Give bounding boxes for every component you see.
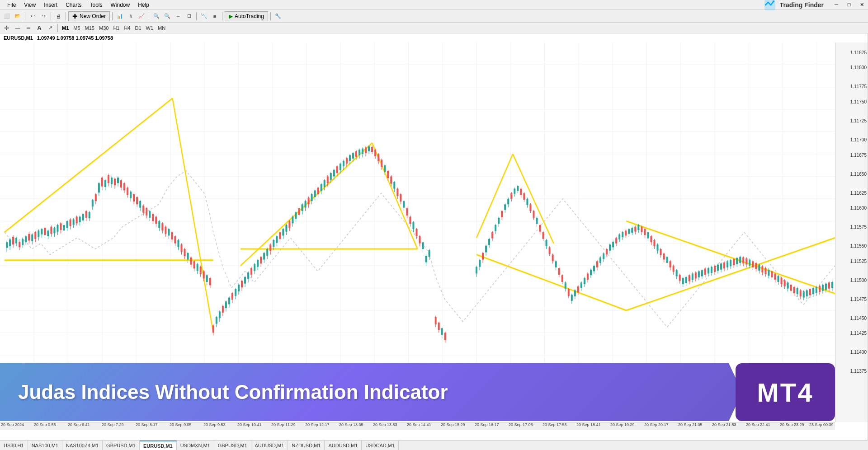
svg-rect-525 — [784, 280, 786, 286]
svg-rect-483 — [717, 265, 719, 271]
svg-rect-393 — [574, 290, 576, 296]
svg-rect-435 — [641, 227, 642, 232]
svg-rect-441 — [650, 236, 652, 243]
svg-rect-277 — [359, 150, 360, 155]
svg-rect-147 — [152, 214, 154, 221]
time-label-7: 20 Sep 10:41 — [237, 422, 262, 427]
menu-charts[interactable]: Charts — [62, 1, 85, 9]
arrow-btn[interactable]: ↗ — [45, 23, 55, 33]
price-6: 1.11700 — [850, 137, 867, 142]
tf-d1[interactable]: D1 — [133, 25, 143, 31]
tab-nas100m1[interactable]: NAS100,M1 — [28, 441, 62, 450]
svg-rect-65 — [22, 239, 24, 245]
svg-rect-481 — [714, 266, 716, 272]
svg-rect-451 — [666, 257, 668, 263]
indicators-btn[interactable]: 📉 — [199, 11, 209, 21]
svg-rect-227 — [279, 232, 281, 239]
tab-us30h1[interactable]: US30,H1 — [0, 441, 28, 450]
svg-rect-411 — [603, 253, 604, 259]
svg-rect-371 — [539, 225, 541, 232]
open-toolbar-btn[interactable]: 📂 — [13, 11, 23, 21]
svg-rect-463 — [685, 277, 687, 283]
svg-rect-287 — [374, 150, 376, 156]
menu-window[interactable]: Window — [107, 1, 134, 9]
tf-h1[interactable]: H1 — [111, 25, 121, 31]
scroll-btn[interactable]: ↔ — [173, 11, 183, 21]
new-order-button[interactable]: ✚ New Order — [68, 11, 110, 21]
svg-rect-473 — [701, 270, 703, 277]
svg-rect-455 — [673, 266, 675, 272]
tf-h4[interactable]: H4 — [122, 25, 132, 31]
maximize-button[interactable]: □ — [843, 0, 855, 9]
close-button[interactable]: ✕ — [855, 0, 868, 9]
zoom-in-btn[interactable]: 🔍 — [151, 11, 161, 21]
tab-nzdusdm1[interactable]: NZDUSD,M1 — [288, 441, 325, 450]
template-btn[interactable]: 🔧 — [273, 11, 283, 21]
autotrading-button[interactable]: ▶ AutoTrading — [225, 11, 268, 21]
menu-help[interactable]: Help — [134, 1, 153, 9]
svg-rect-273 — [352, 153, 354, 159]
chart-bar-btn[interactable]: 📊 — [115, 11, 125, 21]
line-btn[interactable]: — — [13, 23, 23, 33]
svg-rect-527 — [787, 282, 789, 289]
tf-m1[interactable]: M1 — [60, 25, 71, 31]
tab-usdcadm1[interactable]: USDCAD,M1 — [362, 441, 399, 450]
svg-rect-407 — [596, 261, 598, 267]
fit-btn[interactable]: ⊡ — [184, 11, 194, 21]
svg-rect-217 — [263, 253, 265, 260]
chart-prices: 1.09749 1.09758 1.09745 1.09758 — [37, 35, 113, 41]
chart-container[interactable]: EURUSD,M1 1.09749 1.09758 1.09745 1.0975… — [0, 33, 868, 440]
svg-rect-265 — [340, 164, 341, 170]
svg-rect-197 — [231, 293, 233, 300]
svg-rect-145 — [149, 211, 151, 218]
time-label-4: 20 Sep 8:17 — [136, 422, 158, 427]
zoom-out-btn[interactable]: 🔍 — [162, 11, 172, 21]
menu-tools[interactable]: Tools — [86, 1, 106, 9]
svg-rect-133 — [130, 192, 132, 198]
svg-rect-375 — [546, 240, 547, 246]
tab-eurusdm1[interactable]: EURUSD,M1 — [140, 441, 177, 450]
logo-text: Trading Finder — [780, 1, 824, 9]
svg-rect-285 — [371, 147, 373, 152]
svg-rect-155 — [165, 227, 166, 234]
tf-m5[interactable]: M5 — [71, 25, 82, 31]
tab-usdmxnm1[interactable]: USDMXN,M1 — [177, 441, 214, 450]
crosshair-btn[interactable]: ✛ — [2, 23, 12, 33]
svg-rect-121 — [111, 178, 113, 184]
tab-audusdm1[interactable]: AUDUSD,M1 — [251, 441, 288, 450]
text-btn[interactable]: A — [34, 23, 44, 33]
svg-rect-517 — [771, 271, 773, 277]
tab-gbpusdm1[interactable]: GBPUSD,M1 — [103, 441, 140, 450]
hline-btn[interactable]: ═ — [24, 23, 33, 33]
time-label-3: 20 Sep 7:29 — [102, 422, 124, 427]
svg-rect-387 — [565, 282, 566, 289]
redo-btn[interactable]: ↪ — [38, 11, 48, 21]
undo-btn[interactable]: ↩ — [28, 11, 38, 21]
chart-line-btn[interactable]: 📈 — [137, 11, 146, 21]
time-label-16: 20 Sep 17:53 — [542, 422, 567, 427]
svg-rect-535 — [800, 290, 802, 296]
tf-mn[interactable]: MN — [156, 25, 167, 31]
tf-m30[interactable]: M30 — [97, 25, 110, 31]
price-14: 1.11500 — [850, 278, 867, 283]
tab-audusd2m1[interactable]: AUDUSD,M1 — [325, 441, 362, 450]
periods-btn[interactable]: ≡ — [210, 11, 220, 21]
chart-candle-btn[interactable]: 🕯 — [126, 11, 136, 21]
svg-rect-191 — [222, 306, 224, 313]
svg-rect-199 — [235, 289, 236, 296]
tab-gbpusd2m1[interactable]: GBPUSD,M1 — [214, 441, 251, 450]
time-label-6: 20 Sep 9:53 — [203, 422, 226, 427]
menu-insert[interactable]: Insert — [40, 1, 61, 9]
tf-w1[interactable]: W1 — [144, 25, 156, 31]
svg-rect-419 — [615, 238, 617, 243]
menu-view[interactable]: View — [20, 1, 39, 9]
svg-rect-219 — [266, 249, 268, 256]
print-btn[interactable]: 🖨 — [53, 11, 63, 21]
menu-file[interactable]: File — [4, 1, 19, 9]
tf-m15[interactable]: M15 — [83, 25, 96, 31]
time-label-21: 20 Sep 21:53 — [712, 422, 736, 427]
minimize-button[interactable]: ─ — [830, 0, 843, 9]
tab-nas100z4m1[interactable]: NAS100Z4,M1 — [62, 441, 103, 450]
svg-rect-271 — [349, 155, 351, 161]
new-toolbar-btn[interactable]: ⬜ — [2, 11, 12, 21]
